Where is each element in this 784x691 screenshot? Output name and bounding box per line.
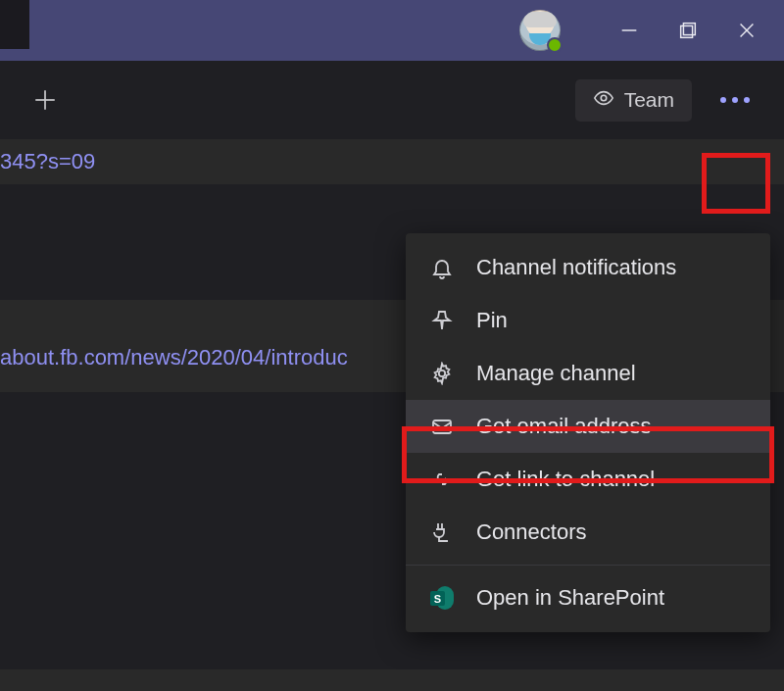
menu-item-label: Pin [476,308,508,333]
menu-item-label: Get email address [476,414,652,439]
titlebar [0,0,784,61]
menu-item-manage-channel[interactable]: Manage channel [406,347,770,400]
pin-icon [429,308,455,333]
message-link-text: 345?s=09 [0,149,95,174]
message-link-text: about.fb.com/news/2020/04/introduc [0,345,348,370]
menu-item-label: Connectors [476,519,587,545]
svg-rect-2 [681,25,693,37]
channel-context-menu: Channel notifications Pin Manage channel… [406,233,770,632]
svg-rect-1 [683,24,695,35]
more-options-button[interactable] [708,76,762,123]
menu-item-pin[interactable]: Pin [406,294,770,347]
minimize-button[interactable] [600,0,659,61]
presence-indicator [547,37,563,53]
message-block-bottom-fragment [0,669,784,691]
connectors-icon [429,519,455,545]
mail-icon [429,414,455,439]
svg-point-8 [439,370,445,376]
titlebar-left-panel-fragment [0,0,29,49]
menu-item-label: Channel notifications [476,255,676,280]
sharepoint-icon: S [429,585,455,611]
add-tab-button[interactable] [27,82,63,118]
menu-item-open-sharepoint[interactable]: S Open in SharePoint [406,571,770,624]
gear-icon [429,361,455,386]
message-link-fragment-1[interactable]: 345?s=09 [0,139,784,184]
menu-item-label: Get link to channel [476,467,655,492]
menu-item-get-email-address[interactable]: Get email address [406,400,770,453]
bell-icon [429,255,455,280]
link-icon [429,467,455,492]
meet-team-button[interactable]: Team [575,79,692,122]
menu-separator [406,565,770,566]
menu-item-connectors[interactable]: Connectors [406,506,770,559]
svg-point-7 [601,95,607,101]
channel-toolbar: Team [0,61,784,139]
avatar[interactable] [519,10,561,51]
menu-item-label: Manage channel [476,361,636,386]
svg-rect-9 [433,420,451,433]
menu-item-channel-notifications[interactable]: Channel notifications [406,241,770,294]
close-button[interactable] [717,0,776,61]
more-icon [720,97,750,103]
menu-item-label: Open in SharePoint [476,585,664,611]
meet-team-label: Team [624,88,674,112]
content-area: Team 345?s=09 about.fb.com/news/2020/04/… [0,61,784,691]
menu-item-get-link[interactable]: Get link to channel [406,453,770,506]
maximize-button[interactable] [659,0,717,61]
eye-icon [593,87,614,114]
